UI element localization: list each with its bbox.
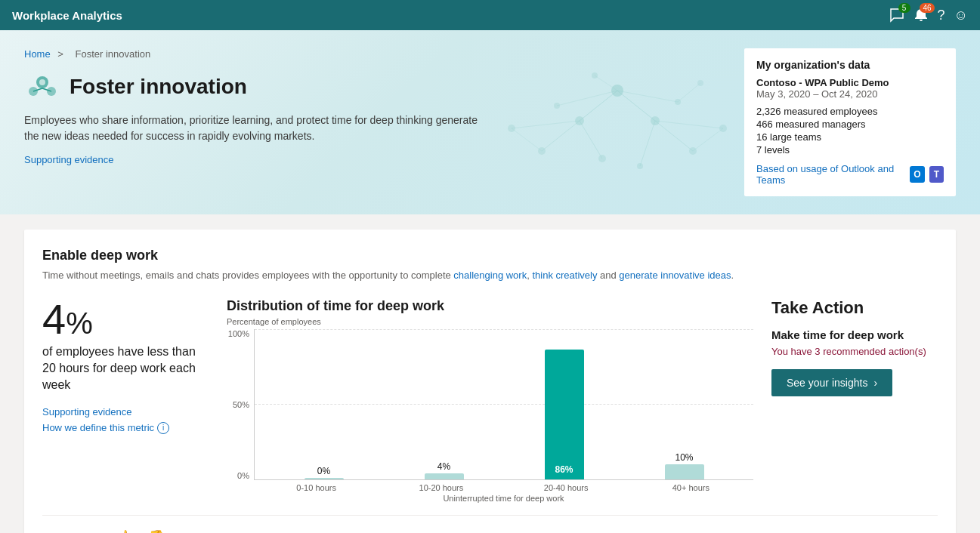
teams-icon: T [929, 166, 944, 183]
org-stat-teams: 16 large teams [756, 131, 944, 143]
think-creatively-link[interactable]: think creatively [532, 270, 597, 281]
org-data-title: My organization's data [756, 59, 944, 71]
bar-label-0: 0% [317, 466, 330, 476]
chart-x-labels: 0-10 hours 10-20 hours 20-40 hours 40+ h… [254, 483, 753, 492]
hero-section: Home > Foster innovation Foster innovati… [0, 30, 980, 214]
main-content: Enable deep work Time without meetings, … [0, 214, 980, 533]
bar-visual-10 [665, 464, 704, 479]
org-tools-text: Based on usage of Outlook and Teams [756, 163, 905, 186]
chat-icon-badge[interactable]: 5 [889, 8, 904, 23]
card-title: Enable deep work [42, 248, 938, 263]
bar-label-10: 10% [675, 452, 693, 463]
chart-container: 100% 50% 0% 0% [227, 329, 753, 503]
x-label-0-10: 0-10 hours [254, 483, 379, 492]
metric-number: 4 [42, 295, 66, 343]
user-icon[interactable]: ☺ [954, 8, 968, 23]
page-title: Foster innovation [70, 75, 247, 99]
svg-line-24 [678, 83, 700, 102]
bar-label-4: 4% [437, 461, 450, 472]
org-stat-employees: 2,326 measured employees [756, 106, 944, 117]
card-subtitle: Time without meetings, emails and chats … [42, 268, 938, 283]
chevron-right-icon: › [873, 377, 877, 389]
breadcrumb: Home > Foster innovation [24, 48, 536, 60]
help-icon[interactable]: ? [938, 8, 945, 23]
svg-line-16 [580, 121, 602, 159]
metric-description: of employees have less than 20 hours for… [42, 344, 209, 394]
bar-10-20: 4% [425, 461, 464, 479]
enable-deep-work-card: Enable deep work Time without meetings, … [24, 230, 956, 533]
svg-line-17 [655, 121, 693, 151]
bell-icon-badge[interactable]: 46 [914, 8, 929, 23]
bar-40-plus: 10% [665, 452, 704, 479]
bar-20-40: 86% [545, 350, 584, 479]
y-tick-0: 0% [227, 471, 249, 480]
hero-title-row: Foster innovation [24, 69, 536, 105]
chart-section: Distribution of time for deep work Perce… [227, 298, 753, 503]
org-tools: Based on usage of Outlook and Teams O T [756, 163, 944, 186]
metric-definition-link[interactable]: How we define this metric i [42, 422, 209, 434]
metric-definition-text: How we define this metric [42, 422, 154, 433]
outlook-icon: O [910, 166, 924, 183]
svg-line-23 [595, 75, 617, 91]
org-stat-managers: 466 measured managers [756, 119, 944, 130]
metric-supporting-evidence-link[interactable]: Supporting evidence [42, 406, 209, 417]
chat-badge: 5 [898, 3, 910, 13]
generate-innovative-link[interactable]: generate innovative ideas [619, 270, 731, 281]
action-recommendation: You have 3 recommended action(s) [771, 346, 938, 357]
svg-line-26 [693, 128, 723, 151]
metric-links: Supporting evidence How we define this m… [42, 406, 209, 434]
bar-visual-0 [305, 478, 344, 479]
org-stat-levels: 7 levels [756, 144, 944, 156]
thumbs-up-button[interactable]: 👍 [113, 528, 137, 534]
breadcrumb-home[interactable]: Home [24, 48, 51, 60]
svg-point-32 [39, 79, 45, 85]
bar-0-10: 0% [305, 466, 344, 479]
action-section: Take Action Make time for deep work You … [771, 298, 938, 503]
org-name: Contoso - WPA Public Demo [756, 77, 944, 88]
x-label-20-40: 20-40 hours [504, 483, 629, 492]
hero-description: Employees who share information, priorit… [24, 112, 493, 144]
feedback-row: Is this helpful? 👍 👎 [42, 515, 938, 534]
chart-x-axis-title: Uninterrupted time for deep work [254, 494, 753, 503]
x-label-10-20: 10-20 hours [379, 483, 503, 492]
metric-section: 4% of employees have less than 20 hours … [42, 298, 209, 503]
see-your-insights-button[interactable]: See your insights › [771, 369, 892, 396]
challenging-work-link[interactable]: challenging work [453, 270, 527, 281]
card-body: 4% of employees have less than 20 hours … [42, 298, 938, 503]
metric-value: 4% [42, 298, 209, 340]
info-icon: i [157, 422, 169, 434]
svg-line-15 [542, 121, 580, 151]
svg-line-14 [617, 91, 655, 121]
org-date-range: May 3, 2020 – Oct 24, 2020 [756, 88, 944, 100]
nav-icons: 5 46 ? ☺ [889, 8, 968, 23]
bar-pct-86: 86% [555, 464, 573, 475]
top-navigation: Workplace Analytics 5 46 ? ☺ [0, 0, 980, 30]
action-subtitle: Make time for deep work [771, 328, 938, 341]
thumbs-down-button[interactable]: 👎 [144, 528, 168, 534]
metric-unit: % [66, 307, 93, 340]
svg-line-21 [655, 121, 723, 128]
see-insights-label: See your insights [787, 377, 867, 389]
breadcrumb-separator: > [57, 48, 63, 60]
thumbs-down-icon: 👎 [149, 530, 164, 534]
bell-badge: 46 [920, 3, 934, 13]
hero-left: Home > Foster innovation Foster innovati… [24, 48, 536, 196]
x-label-40-plus: 40+ hours [629, 483, 753, 492]
breadcrumb-current: Foster innovation [76, 48, 151, 60]
bar-visual-4 [425, 473, 464, 479]
org-data-card: My organization's data Contoso - WPA Pub… [744, 48, 956, 196]
y-tick-100: 100% [227, 329, 249, 338]
thumbs-up-icon: 👍 [117, 530, 132, 534]
app-title: Workplace Analytics [12, 9, 122, 22]
y-tick-50: 50% [227, 400, 249, 409]
svg-line-18 [640, 121, 655, 166]
chart-title: Distribution of time for deep work [227, 298, 753, 314]
org-data-panel: My organization's data Contoso - WPA Pub… [744, 48, 956, 196]
foster-innovation-icon [24, 69, 60, 105]
hero-supporting-evidence-link[interactable]: Supporting evidence [24, 154, 114, 165]
chart-y-label: Percentage of employees [227, 317, 753, 326]
bar-visual-86: 86% [545, 350, 584, 479]
feedback-label: Is this helpful? [42, 531, 105, 534]
svg-line-20 [617, 91, 678, 102]
action-title: Take Action [771, 298, 938, 318]
